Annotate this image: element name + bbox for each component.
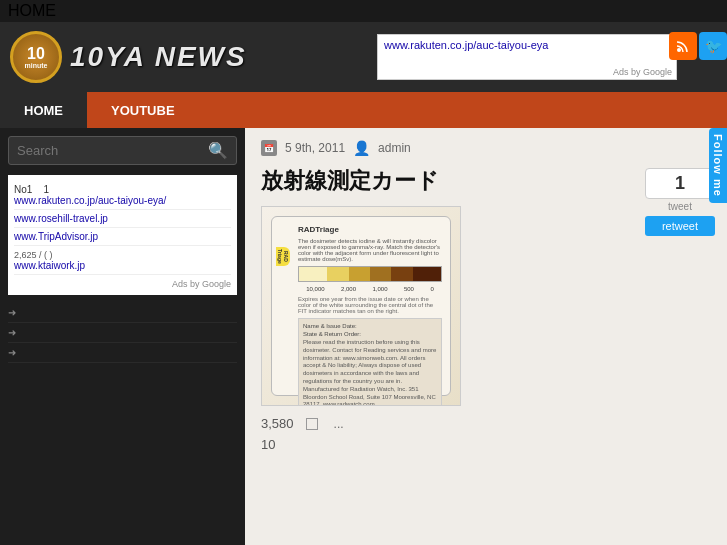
rss-icon[interactable] [669, 32, 697, 60]
rad-bar [298, 266, 442, 282]
sidebar-ad-item-4: 2,625 / ( ) www.ktaiwork.jp [14, 246, 231, 275]
sidebar-ad-link-2[interactable]: www.rosehill-travel.jp [14, 213, 231, 224]
tweet-box: 1 tweet retweet [645, 168, 715, 236]
checkbox-icon[interactable] [306, 418, 318, 430]
arrow-icon-2: ➜ [8, 327, 16, 338]
nav-youtube[interactable]: YOUTUBE [87, 92, 199, 128]
post-title: 放射線測定カード [261, 166, 711, 196]
sidebar-nav-item-3[interactable]: ➜ [8, 343, 237, 363]
site-title[interactable]: 10YA NEWS [70, 41, 247, 73]
svg-point-0 [677, 48, 681, 52]
sidebar-ad-footer: Ads by Google [14, 279, 231, 289]
retweet-button[interactable]: retweet [645, 216, 715, 236]
header-ad-url[interactable]: www.rakuten.co.jp/auc-taiyou-eya [378, 35, 676, 55]
post-image: RADTriage RADTriage The dosimeter detect… [261, 206, 461, 406]
main-layout: 🔍 No1 1 www.rakuten.co.jp/auc-taiyou-eya… [0, 128, 727, 545]
radiation-card: RADTriage RADTriage The dosimeter detect… [271, 216, 451, 396]
social-icons: 🐦 [669, 32, 727, 60]
comment-count: 10 [261, 437, 711, 452]
nav: HOME YOUTUBE [0, 92, 727, 128]
rad-card-bottom: Name & Issue Date: State & Return Order:… [298, 318, 442, 406]
sidebar-ad-item-1: No1 1 www.rakuten.co.jp/auc-taiyou-eya/ [14, 181, 231, 210]
twitter-icon[interactable]: 🐦 [699, 32, 727, 60]
sidebar-ad-item-2: www.rosehill-travel.jp [14, 210, 231, 228]
sidebar: 🔍 No1 1 www.rakuten.co.jp/auc-taiyou-eya… [0, 128, 245, 545]
arrow-icon-3: ➜ [8, 347, 16, 358]
header-ad[interactable]: www.rakuten.co.jp/auc-taiyou-eya Ads by … [377, 34, 677, 80]
arrow-icon-1: ➜ [8, 307, 16, 318]
header: 10 minute 10YA NEWS www.rakuten.co.jp/au… [0, 22, 727, 92]
sidebar-ad-link-3[interactable]: www.TripAdvisor.jp [14, 231, 231, 242]
header-ad-google-label: Ads by Google [378, 67, 676, 79]
post-checkbox-label: ... [334, 417, 344, 431]
search-icon: 🔍 [208, 141, 228, 160]
post-meta: 📅 5 9th, 2011 👤 admin [261, 140, 711, 156]
top-bar-home[interactable]: HOME [8, 2, 56, 20]
sidebar-ad-item-3: www.TripAdvisor.jp [14, 228, 231, 246]
sidebar-nav-item-1[interactable]: ➜ [8, 303, 237, 323]
sidebar-ad-link-4[interactable]: www.ktaiwork.jp [14, 260, 231, 271]
top-bar: HOME [0, 0, 727, 22]
user-icon: 👤 [353, 140, 370, 156]
tweet-count: 1 [645, 168, 715, 199]
follow-tab[interactable]: Follow me [709, 128, 727, 203]
logo-area: 10 minute 10YA NEWS [10, 31, 247, 83]
post-date: 5 9th, 2011 [285, 141, 345, 155]
search-input[interactable] [17, 143, 208, 158]
rad-sticker: RADTriage [276, 247, 290, 266]
sidebar-ad-block: No1 1 www.rakuten.co.jp/auc-taiyou-eya/ … [8, 175, 237, 295]
post-views: 3,580 [261, 416, 294, 431]
calendar-icon: 📅 [261, 140, 277, 156]
post-footer: 3,580 ... [261, 416, 711, 431]
logo-circle: 10 minute [10, 31, 62, 83]
content-area: 1 tweet retweet 📅 5 9th, 2011 👤 admin 放射… [245, 128, 727, 545]
sidebar-ad-link-1[interactable]: www.rakuten.co.jp/auc-taiyou-eya/ [14, 195, 231, 206]
tweet-label: tweet [645, 201, 715, 212]
search-box[interactable]: 🔍 [8, 136, 237, 165]
nav-home[interactable]: HOME [0, 92, 87, 128]
sidebar-nav-item-2[interactable]: ➜ [8, 323, 237, 343]
post-author: admin [378, 141, 411, 155]
